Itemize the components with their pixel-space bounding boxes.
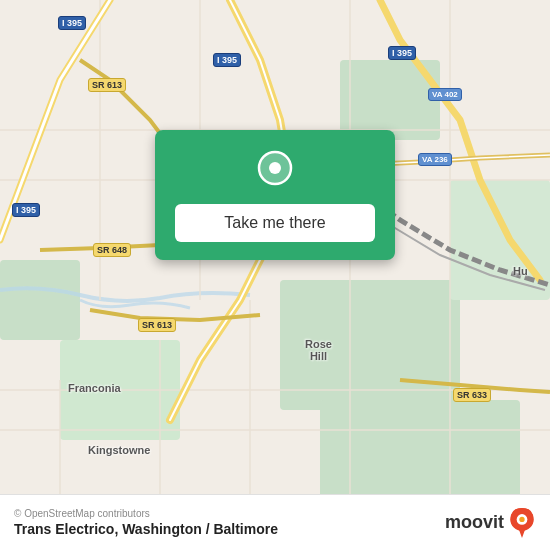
svg-rect-3 <box>450 180 550 300</box>
road-label-sr633: SR 633 <box>453 388 491 402</box>
svg-rect-1 <box>0 260 80 340</box>
road-label-sr613-top: SR 613 <box>88 78 126 92</box>
bottom-bar: © OpenStreetMap contributors Trans Elect… <box>0 494 550 550</box>
road-label-va236: VA 236 <box>418 153 452 166</box>
take-me-there-button[interactable]: Take me there <box>175 204 375 242</box>
moovit-logo: moovit <box>445 507 536 539</box>
road-label-i395-top-left: I 395 <box>58 16 86 30</box>
road-label-i395-left: I 395 <box>12 203 40 217</box>
road-label-i395-top-center: I 395 <box>213 53 241 67</box>
location-text: Trans Electrico, Washington / Baltimore <box>14 521 278 537</box>
road-label-sr613-bottom: SR 613 <box>138 318 176 332</box>
bottom-bar-info: © OpenStreetMap contributors Trans Elect… <box>14 508 278 537</box>
road-label-va402: VA 402 <box>428 88 462 101</box>
map-container: I 395 I 395 I 395 VA 402 VA 236 SR 613 I… <box>0 0 550 550</box>
moovit-text: moovit <box>445 512 504 533</box>
popup-pin-icon <box>253 150 297 194</box>
svg-point-25 <box>519 516 524 521</box>
moovit-pin-icon <box>508 507 536 539</box>
road-label-i395-top-right: I 395 <box>388 46 416 60</box>
map-svg <box>0 0 550 550</box>
copyright-text: © OpenStreetMap contributors <box>14 508 278 519</box>
road-label-sr648: SR 648 <box>93 243 131 257</box>
popup-card: Take me there <box>155 130 395 260</box>
svg-point-21 <box>269 162 281 174</box>
